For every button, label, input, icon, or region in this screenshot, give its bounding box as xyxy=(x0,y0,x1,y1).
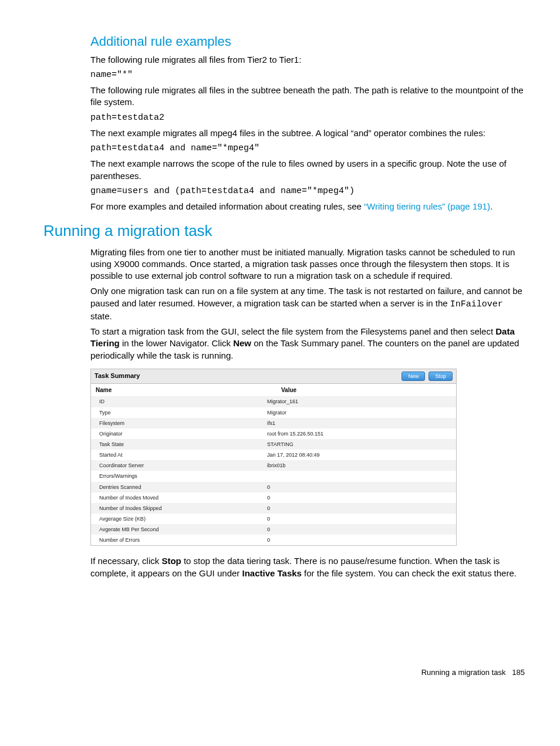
code-block: gname=users and (path=testdata4 and name… xyxy=(43,185,525,197)
cell-name: Type xyxy=(91,407,267,418)
table-row: Number of Errors0 xyxy=(91,535,456,545)
table-row: IDMigrator_161 xyxy=(91,396,456,407)
cell-name: Started At xyxy=(91,450,267,460)
cell-value: 0 xyxy=(267,503,456,514)
cell-name: Filesystem xyxy=(91,418,267,428)
table-row: Coordinator Serveribrix01b xyxy=(91,460,456,471)
text-paragraph: For more examples and detailed informati… xyxy=(43,201,525,212)
panel-title: Task Summary xyxy=(95,372,398,380)
text-span: If necessary, click xyxy=(90,556,161,566)
cell-name: ID xyxy=(91,396,267,407)
text-paragraph: If necessary, click Stop to stop the dat… xyxy=(43,555,525,579)
cell-value: Migrator_161 xyxy=(267,396,456,407)
table-row: Avgerate MB Per Second0 xyxy=(91,524,456,535)
cell-name: Dentries Scanned xyxy=(91,482,267,492)
column-header-name: Name xyxy=(91,384,276,397)
table-row: Started AtJan 17, 2012 08:40:49 xyxy=(91,450,456,460)
cell-name: Coordinator Server xyxy=(91,460,267,471)
table-row: Originatorroot from 15.226.50.151 xyxy=(91,428,456,439)
cell-value: Jan 17, 2012 08:40:49 xyxy=(267,450,456,460)
table-row: TypeMigrator xyxy=(91,407,456,418)
cell-name: Avgerate MB Per Second xyxy=(91,524,267,535)
column-headers: Name Value xyxy=(91,384,456,397)
cell-value: root from 15.226.50.151 xyxy=(267,428,456,439)
table-row: Number of Inodes Moved0 xyxy=(91,492,456,503)
text-span: state. xyxy=(90,311,112,321)
cell-name: Avgerage Size (KB) xyxy=(91,514,267,524)
panel-header: Task Summary New Stop xyxy=(91,369,456,384)
table-row: Dentries Scanned0 xyxy=(91,482,456,492)
cell-value: 0 xyxy=(267,524,456,535)
bold-stop: Stop xyxy=(161,556,181,566)
text-span: For more examples and detailed informati… xyxy=(90,201,364,211)
cell-value xyxy=(267,471,456,481)
link-writing-tiering-rules[interactable]: “Writing tiering rules” (page 191) xyxy=(364,201,490,211)
cell-name: Number of Errors xyxy=(91,535,267,545)
stop-button[interactable]: Stop xyxy=(429,372,453,381)
new-button[interactable]: New xyxy=(402,372,425,381)
code-block: path=testdata2 xyxy=(43,112,525,124)
text-span: for the file system. You can check the e… xyxy=(302,568,517,578)
cell-value: Migrator xyxy=(267,407,456,418)
task-summary-panel: Task Summary New Stop Name Value IDMigra… xyxy=(90,369,457,546)
text-paragraph: The next example migrates all mpeg4 file… xyxy=(43,127,525,139)
column-header-value: Value xyxy=(276,384,456,397)
cell-value: ifs1 xyxy=(267,418,456,428)
text-paragraph: The following rule migrates all files fr… xyxy=(43,54,525,66)
table-row: Filesystemifs1 xyxy=(91,418,456,428)
heading-running-migration-task: Running a migration task xyxy=(43,221,525,241)
cell-value: 0 xyxy=(267,514,456,524)
cell-name: Number of Inodes Moved xyxy=(91,492,267,503)
bold-new: New xyxy=(233,338,251,348)
text-span: To start a migration task from the GUI, … xyxy=(90,326,495,336)
text-paragraph: Only one migration task can run on a fil… xyxy=(43,285,525,322)
text-span: in the lower Navigator. Click xyxy=(120,338,233,348)
table-row: Task StateSTARTING xyxy=(91,439,456,450)
cell-name: Errors/Warnings xyxy=(91,471,267,481)
cell-value: STARTING xyxy=(267,439,456,450)
bold-inactive-tasks: Inactive Tasks xyxy=(242,568,301,578)
text-span: . xyxy=(490,201,492,211)
cell-value: 0 xyxy=(267,492,456,503)
code-block: name="*" xyxy=(43,69,525,81)
footer-text: Running a migration task xyxy=(421,668,506,677)
table-row: Avgerage Size (KB)0 xyxy=(91,514,456,524)
cell-value: 0 xyxy=(267,482,456,492)
code-block: path=testdata4 and name="*mpeg4" xyxy=(43,143,525,154)
heading-additional-rule-examples: Additional rule examples xyxy=(43,33,525,50)
table-row: Number of Inodes Skipped0 xyxy=(91,503,456,514)
inline-code: InFailover xyxy=(450,299,503,309)
text-paragraph: The next example narrows the scope of th… xyxy=(43,158,525,182)
cell-value: 0 xyxy=(267,535,456,545)
page-footer: Running a migration task 185 xyxy=(43,667,525,678)
text-paragraph: The following rule migrates all files in… xyxy=(43,85,525,109)
cell-name: Task State xyxy=(91,439,267,450)
text-paragraph: To start a migration task from the GUI, … xyxy=(43,326,525,362)
footer-page-number: 185 xyxy=(512,668,525,677)
cell-value: ibrix01b xyxy=(267,460,456,471)
cell-name: Originator xyxy=(91,428,267,439)
text-paragraph: Migrating files from one tier to another… xyxy=(43,247,525,282)
cell-name: Number of Inodes Skipped xyxy=(91,503,267,514)
table-row: Errors/Warnings xyxy=(91,471,456,481)
